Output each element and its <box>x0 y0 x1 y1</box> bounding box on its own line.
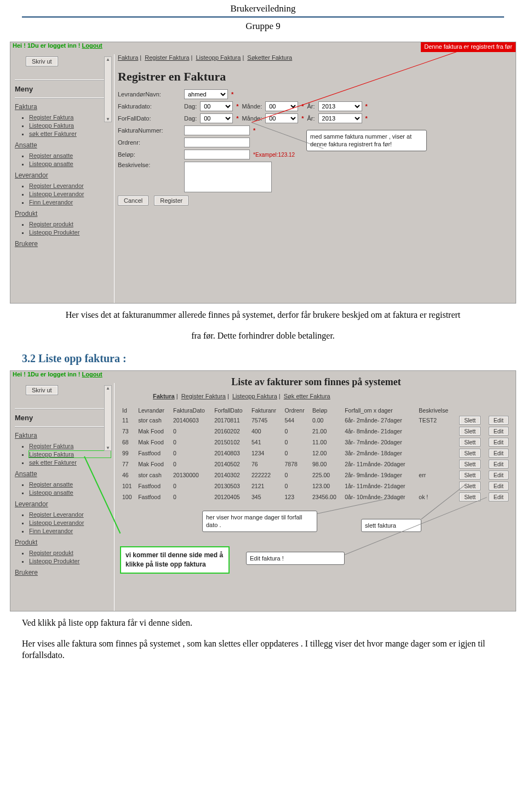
cell: 0.00 <box>310 415 342 426</box>
sidebar-item[interactable]: Register Faktura <box>29 114 111 121</box>
sidebar-item[interactable]: Register Leverandor <box>29 182 111 189</box>
select-dag2[interactable]: 00 <box>200 113 233 123</box>
crumb-register[interactable]: Register Faktura <box>145 54 189 61</box>
crumb-sok[interactable]: Søketter Faktura <box>247 54 292 61</box>
crumb-listeopp[interactable]: Listeopp Faktura <box>232 393 277 399</box>
sidebar-head-faktura[interactable]: Faktura <box>15 432 111 439</box>
sidebar-head-faktura[interactable]: Faktura <box>15 103 111 111</box>
sidebar-item[interactable]: Listeopp Leverandor <box>29 191 111 197</box>
cell: 123 <box>282 491 310 502</box>
slett-button[interactable]: Slett <box>459 416 481 425</box>
label-belop: Beløp: <box>118 151 181 158</box>
sidebar-head-ansatte[interactable]: Ansatte <box>15 470 111 478</box>
edit-button[interactable]: Edit <box>489 460 508 468</box>
sidebar-scrollbar[interactable] <box>104 56 112 122</box>
edit-button[interactable]: Edit <box>489 449 508 458</box>
textarea-beskrivelse[interactable] <box>184 162 272 192</box>
sidebar-head-brukere[interactable]: Brukere <box>15 240 111 248</box>
select-leverandor[interactable]: ahmed <box>184 89 228 99</box>
sidebar-item-listeopp[interactable]: Listeopp Faktura <box>29 451 111 458</box>
sidebar-item[interactable]: Listeopp Leverandor <box>29 519 111 526</box>
cell: 225.00 <box>310 470 342 481</box>
select-dag1[interactable]: 00 <box>200 101 233 111</box>
sidebar-head-leverandor[interactable]: Leverandor <box>15 171 111 179</box>
sidebar-item[interactable]: Listeopp Produkter <box>29 229 111 236</box>
crumb-register[interactable]: Register Faktura <box>181 393 226 399</box>
sidebar-item[interactable]: søk etter Fakturer <box>29 459 111 466</box>
required-star: * <box>231 91 233 98</box>
crumb-sok[interactable]: Søk etter Faktura <box>284 393 330 399</box>
sidebar-item[interactable]: søk etter Fakturer <box>29 130 111 137</box>
cell: 46 <box>120 470 136 481</box>
input-ordrenr[interactable] <box>184 138 250 147</box>
edit-button[interactable]: Edit <box>489 471 508 479</box>
sidebar-item[interactable]: Register Faktura <box>29 443 111 449</box>
slett-button[interactable]: Slett <box>459 471 481 479</box>
sidebar-item[interactable]: Listeopp ansatte <box>29 489 111 496</box>
col-header: Id <box>120 406 136 415</box>
logout-link[interactable]: Logout <box>82 371 102 378</box>
label-levnavn: LevrandørNavn: <box>118 91 181 98</box>
select-ar1[interactable]: 2013 <box>318 101 362 111</box>
sidebar-item[interactable]: Listeopp Faktura <box>29 122 111 129</box>
col-header: Forfall_om x dager <box>342 406 416 415</box>
cell: 98.00 <box>310 459 342 470</box>
cancel-button[interactable]: Cancel <box>118 196 148 205</box>
cell: 3år- 2månde- 18dager <box>342 448 416 459</box>
sidebar-item[interactable]: Finn Leverandor <box>29 528 111 534</box>
register-button[interactable]: Register <box>154 196 188 205</box>
slett-button[interactable]: Slett <box>459 427 481 436</box>
select-mande2[interactable]: 00 <box>265 113 298 123</box>
sidebar-head-ansatte[interactable]: Ansatte <box>15 141 111 149</box>
col-header: Fakturanr <box>249 406 282 415</box>
sidebar-item[interactable]: Register produkt <box>29 550 111 556</box>
col-header: Beskrivelse <box>416 406 455 415</box>
crumb-faktura[interactable]: Faktura <box>153 393 175 399</box>
sidebar-item[interactable]: Finn Leverandor <box>29 199 111 205</box>
screenshot-register-faktura: Hei ! 1Du er logget inn ! Logout Denne f… <box>10 42 516 304</box>
cell: 100 <box>120 491 136 502</box>
sidebar-scrollbar[interactable] <box>104 385 112 451</box>
cell: 4år- 8månde- 21dager <box>342 426 416 437</box>
select-mande1[interactable]: 00 <box>265 101 298 111</box>
select-ar2[interactable]: 2013 <box>318 113 362 123</box>
slett-button[interactable]: Slett <box>459 460 481 468</box>
cell: 11.00 <box>310 437 342 448</box>
edit-button[interactable]: Edit <box>489 493 508 501</box>
edit-button[interactable]: Edit <box>489 482 508 490</box>
sidebar-item[interactable]: Register ansatte <box>29 152 111 159</box>
cell: 21.00 <box>310 426 342 437</box>
cell: 0 <box>282 481 310 491</box>
faktura-table: IdLevrandørFakturaDatoForfallDatoFaktura… <box>120 404 512 502</box>
crumb-listeopp[interactable]: Listeopp Faktura <box>196 54 241 61</box>
label-ordrenr: Ordrenr: <box>118 139 181 146</box>
cell: 12.00 <box>310 448 342 459</box>
cell: 0 <box>282 426 310 437</box>
logout-link[interactable]: Logout <box>82 42 102 49</box>
sidebar-head-leverandor[interactable]: Leverandor <box>15 500 111 508</box>
print-button[interactable]: Skriv ut <box>26 56 58 66</box>
edit-button[interactable]: Edit <box>489 427 508 436</box>
label-mande: Månde: <box>242 115 262 122</box>
sidebar-title-meny: Meny <box>15 85 111 93</box>
paragraph-2b: Her vises alle faktura som finnes på sys… <box>22 638 504 661</box>
sidebar-item[interactable]: Listeopp ansatte <box>29 161 111 167</box>
sidebar-head-brukere[interactable]: Brukere <box>15 569 111 576</box>
print-button[interactable]: Skriv ut <box>26 385 58 395</box>
input-fakturanummer[interactable] <box>184 125 250 135</box>
slett-button[interactable]: Slett <box>459 438 481 447</box>
cell: 1234 <box>249 448 282 459</box>
sidebar-head-produkt[interactable]: Produkt <box>15 210 111 218</box>
edit-button[interactable]: Edit <box>489 438 508 447</box>
sidebar-item[interactable]: Register Leverandor <box>29 511 111 518</box>
edit-button[interactable]: Edit <box>489 416 508 425</box>
cell: 345 <box>249 491 282 502</box>
crumb-faktura[interactable]: Faktura <box>118 54 138 61</box>
input-belop[interactable] <box>184 150 250 159</box>
col-header: Beløp <box>310 406 342 415</box>
greeting-prefix: Hei ! 1Du er logget inn ! <box>13 371 82 378</box>
slett-button[interactable]: Slett <box>459 449 481 458</box>
sidebar-head-produkt[interactable]: Produkt <box>15 539 111 546</box>
sidebar-item[interactable]: Listeopp Produkter <box>29 558 111 564</box>
sidebar-item[interactable]: Register produkt <box>29 221 111 227</box>
